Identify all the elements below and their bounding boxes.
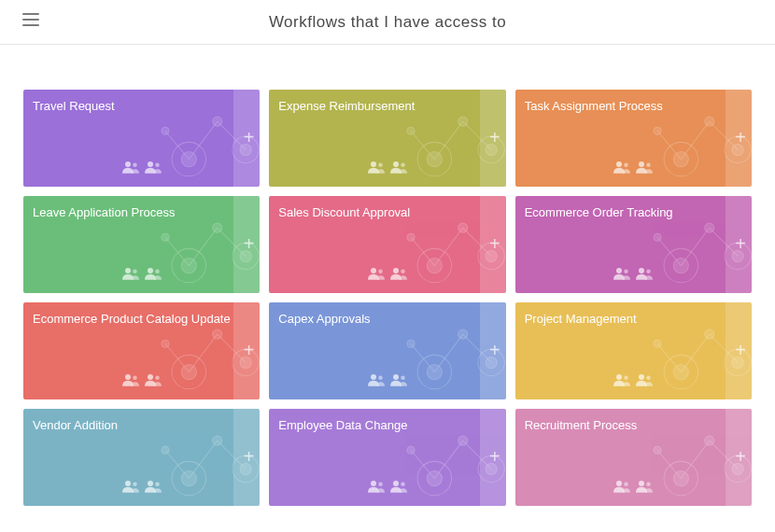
- svg-point-114: [625, 376, 629, 381]
- svg-point-127: [133, 483, 137, 487]
- svg-line-32: [657, 131, 681, 159]
- svg-point-90: [155, 376, 160, 381]
- svg-point-89: [148, 374, 153, 380]
- people-icon: [636, 267, 653, 284]
- people-icon-group: [613, 480, 653, 497]
- people-icon: [390, 480, 407, 497]
- svg-line-136: [411, 450, 434, 478]
- svg-point-25: [401, 163, 405, 168]
- svg-point-22: [371, 161, 376, 167]
- svg-point-50: [148, 268, 153, 273]
- plus-icon[interactable]: +: [489, 233, 500, 255]
- workflow-card[interactable]: Travel Request+: [23, 90, 260, 187]
- people-icon-group: [613, 373, 653, 390]
- svg-point-11: [148, 161, 153, 167]
- svg-line-71: [657, 237, 681, 265]
- people-icon-group: [122, 267, 162, 284]
- header: Workflows that I have access to: [0, 0, 775, 45]
- plus-icon[interactable]: +: [489, 340, 500, 361]
- svg-point-62: [378, 270, 383, 274]
- people-icon: [636, 161, 653, 177]
- plus-icon[interactable]: +: [244, 127, 255, 148]
- people-icon: [613, 267, 630, 284]
- svg-point-61: [371, 268, 376, 273]
- svg-line-82: [189, 334, 217, 372]
- svg-line-58: [411, 237, 434, 265]
- people-icon: [390, 267, 407, 284]
- svg-point-49: [133, 270, 137, 274]
- workflow-card[interactable]: Recruitment Process+: [515, 409, 752, 506]
- svg-line-4: [189, 121, 217, 160]
- plus-icon[interactable]: +: [489, 127, 500, 148]
- workflow-grid: Travel Request+ Expense Reimbursement+ T: [23, 90, 752, 506]
- svg-point-38: [647, 163, 652, 168]
- hamburger-menu-icon[interactable]: [22, 13, 39, 26]
- svg-point-9: [125, 161, 131, 167]
- svg-point-74: [616, 268, 622, 273]
- workflow-card[interactable]: Leave Application Process+: [23, 196, 260, 293]
- plus-icon[interactable]: +: [735, 340, 746, 361]
- people-icon: [368, 161, 385, 177]
- svg-point-101: [378, 376, 383, 381]
- workflow-card[interactable]: Ecommerce Product Catalog Update+: [23, 302, 260, 399]
- content: Travel Request+ Expense Reimbursement+ T: [0, 45, 775, 525]
- people-icon: [636, 480, 653, 497]
- workflow-card[interactable]: Ecommerce Order Tracking+: [515, 196, 752, 293]
- workflow-card-title: Travel Request: [33, 99, 115, 113]
- plus-icon[interactable]: +: [735, 446, 746, 468]
- svg-point-116: [647, 376, 652, 381]
- svg-line-45: [165, 237, 189, 265]
- workflow-card-title: Expense Reimbursement: [278, 99, 415, 113]
- svg-point-23: [378, 163, 383, 168]
- svg-point-153: [625, 483, 629, 487]
- svg-point-87: [125, 374, 131, 380]
- svg-line-19: [411, 131, 434, 159]
- plus-icon[interactable]: +: [489, 446, 500, 468]
- people-icon: [122, 161, 139, 177]
- svg-point-37: [639, 161, 644, 167]
- workflow-card[interactable]: Sales Discount Approval+: [269, 196, 505, 293]
- svg-line-97: [411, 343, 434, 371]
- workflow-card[interactable]: Vendor Addition+: [23, 409, 260, 506]
- plus-icon[interactable]: +: [244, 233, 255, 255]
- svg-point-140: [378, 483, 383, 487]
- people-icon: [368, 267, 385, 284]
- svg-point-10: [133, 163, 137, 168]
- svg-point-129: [155, 483, 160, 487]
- people-icon-group: [368, 480, 407, 497]
- svg-line-6: [165, 131, 189, 159]
- workflow-card-title: Ecommerce Product Catalog Update: [33, 312, 231, 326]
- people-icon: [613, 161, 630, 177]
- svg-point-103: [401, 376, 405, 381]
- plus-icon[interactable]: +: [244, 446, 255, 468]
- svg-line-56: [435, 228, 463, 266]
- plus-icon[interactable]: +: [735, 127, 746, 148]
- plus-icon[interactable]: +: [735, 233, 746, 255]
- svg-line-147: [681, 441, 709, 479]
- svg-line-30: [681, 121, 709, 160]
- workflow-card[interactable]: Capex Approvals+: [269, 302, 505, 399]
- workflow-card[interactable]: Employee Data Change+: [269, 409, 505, 506]
- people-icon: [145, 480, 162, 497]
- svg-point-126: [125, 481, 131, 486]
- people-icon-group: [122, 373, 162, 390]
- svg-line-43: [189, 228, 217, 266]
- people-icon: [613, 480, 630, 497]
- svg-point-155: [647, 483, 652, 487]
- workflow-card[interactable]: Project Management+: [515, 302, 752, 399]
- page-title: Workflows that I have access to: [15, 13, 760, 32]
- svg-point-64: [401, 270, 405, 274]
- svg-point-154: [639, 481, 644, 486]
- svg-point-128: [148, 481, 153, 486]
- svg-point-63: [393, 268, 399, 273]
- workflow-card-title: Sales Discount Approval: [278, 205, 410, 219]
- svg-point-78: [181, 365, 196, 380]
- svg-point-39: [181, 259, 196, 273]
- workflow-card[interactable]: Task Assignment Process+: [515, 90, 752, 187]
- svg-point-12: [155, 163, 160, 168]
- svg-point-141: [393, 481, 399, 486]
- plus-icon[interactable]: +: [244, 340, 255, 361]
- people-icon: [122, 480, 139, 497]
- workflow-card-title: Ecommerce Order Tracking: [525, 205, 673, 219]
- workflow-card[interactable]: Expense Reimbursement+: [269, 90, 505, 187]
